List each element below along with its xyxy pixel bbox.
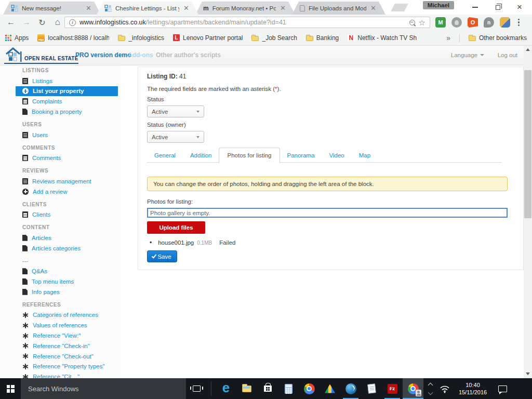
bookmark-folder-infologistics[interactable]: _infologistics: [118, 34, 164, 42]
sidebar-item-info-pages[interactable]: Info pages: [0, 287, 121, 297]
nav-pro-version-demo[interactable]: PRO version demo: [75, 51, 131, 59]
browser-menu-icon[interactable]: [516, 18, 522, 27]
tab-photos-for-listing[interactable]: Photos for listing: [219, 148, 280, 163]
scrollbar-thumb[interactable]: [524, 70, 531, 218]
logout-link[interactable]: Log out: [498, 52, 517, 58]
language-menu[interactable]: Language: [451, 52, 484, 58]
action-center-button[interactable]: [493, 378, 512, 399]
sidebar-item-top-menu-items[interactable]: Top menu items: [0, 276, 121, 287]
sidebar-item-reference-property-types[interactable]: Reference "Property types": [0, 362, 121, 372]
bookmark-star-icon[interactable]: ☆: [419, 19, 425, 26]
sidebar-item-comments[interactable]: Comments: [0, 153, 121, 163]
taskbar-thunderbird[interactable]: [340, 378, 361, 399]
extension-handshake-icon[interactable]: [500, 17, 510, 28]
sidebar-item-categories-of-references[interactable]: Categories of references: [0, 310, 121, 321]
sidebar-item-list-your-property[interactable]: List your property: [16, 86, 118, 97]
page-info-icon[interactable]: [69, 19, 76, 26]
sidebar-item-articles-categories[interactable]: Articles categories: [0, 243, 121, 254]
scroll-up-arrow-icon[interactable]: [526, 48, 530, 51]
tab-close-icon[interactable]: ✕: [279, 4, 287, 12]
sidebar-item-reference-check-in[interactable]: Reference "Check-in": [0, 341, 121, 351]
nav-addons[interactable]: Add-ons: [128, 51, 153, 59]
window-restore-button[interactable]: [486, 0, 509, 14]
tab-map[interactable]: Map: [352, 148, 378, 163]
start-button[interactable]: [0, 378, 21, 399]
back-button[interactable]: ←: [4, 16, 18, 29]
url-text[interactable]: www.infologistics.co.uk/lettings/apartme…: [79, 19, 406, 26]
show-hidden-icons-button[interactable]: [423, 378, 437, 399]
task-view-button[interactable]: [186, 378, 207, 399]
status-select[interactable]: Active: [147, 105, 204, 117]
page-scrollbar[interactable]: [524, 46, 532, 378]
taskbar-edge[interactable]: [216, 378, 236, 399]
extension-bubble-icon[interactable]: [484, 17, 494, 28]
tab-video[interactable]: Video: [322, 148, 352, 163]
tab-close-icon[interactable]: ✕: [182, 4, 190, 12]
scroll-down-arrow-icon[interactable]: [526, 373, 530, 375]
zoom-indicator-icon[interactable]: [409, 20, 415, 25]
sidebar-item-add-a-review[interactable]: Add a review: [0, 187, 121, 197]
sidebar-section-users: USERS: [0, 119, 121, 130]
open-real-estate-logo[interactable]: OPEN REAL ESTATE: [4, 47, 78, 64]
sidebar-item-listings[interactable]: Listings: [0, 76, 121, 86]
extension-gray-icon[interactable]: [451, 17, 462, 28]
tab-addition[interactable]: Addition: [183, 148, 219, 163]
taskbar-file-explorer[interactable]: [236, 378, 257, 399]
bookmark-folder-job-search[interactable]: _Job Search: [251, 34, 297, 42]
sidebar-item-values-of-references[interactable]: Values of references: [0, 320, 121, 330]
bookmark-netflix[interactable]: Netflix - Watch TV Sh: [348, 34, 417, 42]
wifi-tray-button[interactable]: [437, 378, 453, 399]
sidebar-item-qas[interactable]: Q&As: [0, 266, 121, 276]
bookmarks-overflow-chevron[interactable]: »: [446, 34, 450, 42]
browser-tab-new-message[interactable]: New message! ✕: [3, 2, 101, 15]
sidebar-item-users[interactable]: Users: [0, 130, 121, 140]
window-minimize-button[interactable]: [463, 0, 486, 14]
save-button[interactable]: Save: [147, 250, 177, 262]
tab-close-icon[interactable]: ✕: [85, 4, 92, 12]
other-bookmarks-folder[interactable]: Other bookmarks: [469, 34, 527, 42]
browser-tab-forum-monoray[interactable]: m Forum Monoray.net • Po ✕: [195, 2, 295, 15]
taskbar-search-box[interactable]: Search Windows: [21, 378, 186, 399]
bookmark-lenovo[interactable]: Lenovo Partner portal: [173, 34, 243, 42]
browser-tab-cheshire-lettings[interactable]: Cheshire Lettings - List y ✕: [97, 2, 198, 15]
address-bar[interactable]: www.infologistics.co.uk/lettings/apartme…: [64, 17, 430, 28]
sidebar-item-clients[interactable]: Clients: [0, 209, 121, 220]
tab-close-icon[interactable]: ✕: [369, 4, 377, 12]
apps-shortcut[interactable]: Apps: [5, 34, 29, 42]
sidebar-item-reference-check-out[interactable]: Reference "Check-out": [0, 351, 121, 362]
windows-taskbar: Search Windows 10:40 15/11/2016: [0, 378, 532, 399]
sidebar-item-reviews-management[interactable]: Reviews management: [0, 176, 121, 187]
task-view-icon: [193, 385, 201, 392]
tab-general[interactable]: General: [147, 148, 183, 163]
browser-tab-file-uploads[interactable]: File Uploads and Mod_s ✕: [292, 2, 385, 15]
sidebar-item-booking-a-property[interactable]: Booking a property: [0, 107, 121, 117]
sidebar-section-content: CONTENT: [0, 222, 121, 233]
reload-button[interactable]: ↻: [35, 16, 49, 29]
taskbar-chrome-active[interactable]: [403, 378, 423, 399]
sidebar-item-complaints[interactable]: Complaints: [0, 96, 121, 107]
taskbar-calculator[interactable]: [278, 378, 299, 399]
nav-other-authors-scripts[interactable]: Other author's scripts: [156, 51, 221, 59]
sidebar-item-reference-clipped[interactable]: Reference "Cit…": [0, 371, 121, 378]
window-close-button[interactable]: ×: [508, 0, 531, 14]
tab-panorama[interactable]: Panorama: [280, 148, 322, 163]
forward-button[interactable]: →: [20, 16, 33, 29]
upload-files-button[interactable]: Upload files: [147, 221, 205, 234]
extension-green-icon[interactable]: [435, 17, 446, 28]
bookmark-localhost[interactable]: localhost:8888 / localh: [37, 34, 109, 42]
taskbar-clock[interactable]: 10:40 15/11/2016: [453, 378, 493, 399]
taskbar-store[interactable]: [257, 378, 278, 399]
extension-orange-icon[interactable]: [468, 17, 478, 28]
photo-gallery-dropzone[interactable]: Photo gallery is empty.: [147, 208, 508, 218]
browser-profile-button[interactable]: Michael: [423, 1, 454, 9]
taskbar-notepad[interactable]: [361, 378, 382, 399]
sidebar-item-reference-view[interactable]: Reference "View:": [0, 330, 121, 341]
sidebar-item-articles[interactable]: Articles: [0, 233, 121, 243]
home-button[interactable]: ⌂: [51, 16, 64, 29]
taskbar-filezilla[interactable]: [382, 378, 403, 399]
taskbar-google-drive[interactable]: [320, 378, 340, 399]
status-owner-select[interactable]: Active: [147, 131, 204, 143]
taskbar-chrome[interactable]: [299, 378, 320, 399]
new-tab-button[interactable]: [391, 4, 408, 11]
bookmark-folder-banking[interactable]: Banking: [306, 34, 339, 42]
